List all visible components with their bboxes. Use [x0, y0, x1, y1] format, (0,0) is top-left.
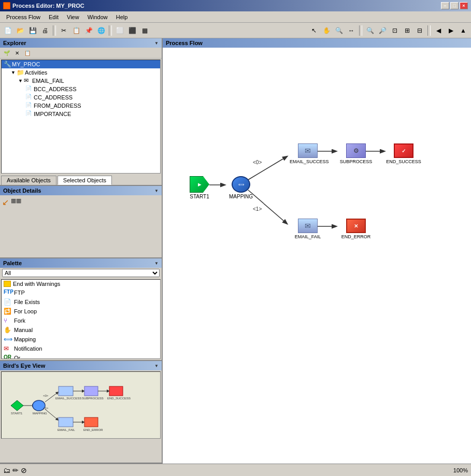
grid-button[interactable]: ⊞ — [402, 25, 413, 36]
sep4 — [427, 25, 431, 36]
fit-button[interactable]: ⊡ — [389, 25, 401, 36]
palette-label-end-warnings: End with Warnings — [13, 281, 60, 287]
palette-item-notification[interactable]: ✉ Notification — [2, 344, 160, 353]
palette-item-mapping[interactable]: ⟺ Mapping — [2, 335, 160, 344]
explorer-toolbar: 🌱 ✕ 📋 — [0, 48, 162, 59]
node-email-success[interactable]: ✉ EMAIL_SUCCESS — [290, 143, 326, 164]
warn-icon — [4, 281, 11, 287]
flow-svg: <0> <1> — [163, 48, 471, 464]
new-button[interactable]: 📄 — [2, 25, 13, 36]
tab-available[interactable]: Available Objects — [1, 176, 56, 185]
tree-item-emailfail[interactable]: ▼ ✉ EMAIL_FAIL — [2, 77, 160, 85]
explorer-new-btn[interactable]: 🌱 — [2, 49, 11, 57]
status-icon-2: ✏ — [12, 466, 19, 474]
paste-button[interactable]: 📌 — [83, 25, 94, 36]
close-button[interactable]: × — [460, 2, 468, 9]
mapping-icon: ⟺ — [4, 336, 12, 343]
pointer-tool[interactable]: ↖ — [308, 25, 320, 36]
svg-text:<1>: <1> — [43, 407, 49, 410]
globe-button[interactable]: 🌐 — [95, 25, 107, 36]
zoom-tool[interactable]: 🔍 — [333, 25, 345, 36]
tree-item-myproc[interactable]: 🔧 MY_PROC — [2, 60, 160, 68]
tree-label-emailfail: EMAIL_FAIL — [32, 78, 64, 84]
node-subprocess[interactable]: ⚙ SUBPROCESS — [338, 143, 374, 164]
tree-item-bcc[interactable]: 📄 BCC_ADDRESS — [2, 85, 160, 93]
palette-item-fork[interactable]: ⑂ Fork — [2, 316, 160, 325]
explorer-props-btn[interactable]: 📋 — [23, 49, 32, 57]
svg-text:<0>: <0> — [43, 394, 49, 397]
object-details-content: ↙ ▦▦ — [0, 195, 162, 209]
node-mapping[interactable]: ⟺ MAPPING — [229, 176, 253, 199]
palette-filter-select[interactable]: All — [2, 269, 160, 277]
palette-filter[interactable]: All — [0, 268, 162, 278]
status-bar: 🗂 ✏ ⊘ 100% — [0, 464, 471, 476]
node-end-success[interactable]: ✓ END_SUCCESS — [386, 143, 422, 164]
palette-item-end-warnings[interactable]: End with Warnings — [2, 280, 160, 288]
zoom-in-button[interactable]: 🔍 — [364, 25, 376, 36]
maximize-button[interactable]: □ — [450, 2, 459, 9]
or-icon: OR — [4, 354, 12, 359]
cut-button[interactable]: ✂ — [58, 25, 69, 36]
copy-button[interactable]: 📋 — [70, 25, 82, 36]
tree-item-activities[interactable]: ▼ 📁 Activities — [2, 68, 160, 77]
birds-eye-collapse-icon[interactable]: ▼ — [154, 364, 159, 368]
expand-icon2: ▼ — [18, 78, 23, 83]
nav-fwd-button[interactable]: ▶ — [445, 25, 456, 36]
zoom-level: 100% — [453, 467, 468, 473]
node-subprocess-label: SUBPROCESS — [338, 159, 374, 164]
tree-item-importance[interactable]: 📄 IMPORTANCE — [2, 110, 160, 118]
menu-help[interactable]: Help — [112, 13, 132, 21]
expand-icon: ▼ — [11, 70, 16, 75]
link-tool[interactable]: ↔ — [346, 25, 357, 36]
tree-label-myproc: MY_PROC — [12, 61, 40, 67]
menu-view[interactable]: View — [63, 13, 83, 21]
menu-process-flow[interactable]: Process Flow — [2, 13, 45, 21]
save-button[interactable]: 💾 — [27, 25, 38, 36]
node-end-error-label: END_ERROR — [338, 234, 374, 239]
palette-item-or[interactable]: OR Or — [2, 353, 160, 359]
node-email-fail[interactable]: ✉ EMAIL_FAIL — [290, 219, 326, 239]
menu-bar: Process Flow Edit View Window Help — [0, 11, 471, 23]
explorer-collapse-icon[interactable]: ▼ — [154, 41, 159, 46]
zoom-out-button[interactable]: 🔎 — [377, 25, 388, 36]
menu-edit[interactable]: Edit — [45, 13, 63, 21]
align-h-button[interactable]: ⊟ — [414, 25, 425, 36]
pan-tool[interactable]: ✋ — [321, 25, 332, 36]
explorer-tree: 🔧 MY_PROC ▼ 📁 Activities ▼ ✉ EMAIL_FAIL — [1, 60, 161, 174]
palette-label-fork: Fork — [14, 318, 25, 324]
tree-item-from[interactable]: 📄 FROM_ADDRESS — [2, 102, 160, 110]
svg-text:<0>: <0> — [253, 160, 262, 165]
layout-button[interactable]: ▦ — [139, 25, 150, 36]
open-button[interactable]: 📂 — [15, 25, 26, 36]
svg-rect-7 — [59, 386, 73, 396]
explorer-delete-btn[interactable]: ✕ — [12, 49, 22, 57]
birds-eye-section: Bird's Eye View ▼ START1 MAPPING <0> — [0, 361, 162, 464]
object-details-collapse-icon[interactable]: ▼ — [154, 189, 159, 193]
svg-text:EMAIL_FAIL: EMAIL_FAIL — [58, 428, 75, 431]
palette-collapse-icon[interactable]: ▼ — [154, 261, 159, 266]
nav-up-button[interactable]: ▲ — [458, 25, 469, 36]
select-all-button[interactable]: ⬜ — [114, 25, 125, 36]
palette-item-manual[interactable]: ✋ Manual — [2, 325, 160, 335]
nav-back-button[interactable]: ◀ — [433, 25, 444, 36]
arrange-button[interactable]: ⬛ — [126, 25, 138, 36]
obj-detail-icon: ▦▦ — [11, 197, 21, 204]
palette-item-for-loop[interactable]: 🔁 For Loop — [2, 307, 160, 316]
node-email-success-label: EMAIL_SUCCESS — [290, 159, 326, 164]
tab-selected[interactable]: Selected Objects — [58, 176, 112, 185]
palette-item-file-exists[interactable]: 📄 File Exists — [2, 297, 160, 307]
main-layout: Explorer ▼ 🌱 ✕ 📋 🔧 MY_PROC ▼ 📁 Activitie… — [0, 38, 471, 464]
minimize-button[interactable]: − — [441, 2, 449, 9]
object-details-header: Object Details ▼ — [0, 186, 162, 195]
tree-item-cc[interactable]: 📄 CC_ADDRESS — [2, 93, 160, 102]
object-details-section: Object Details ▼ ↙ ▦▦ — [0, 186, 162, 258]
process-flow-canvas[interactable]: <0> <1> ▶ START1 ⟺ — [163, 48, 471, 464]
node-end-success-label: END_SUCCESS — [386, 159, 422, 164]
menu-window[interactable]: Window — [83, 13, 112, 21]
node-start1[interactable]: ▶ START1 — [190, 176, 209, 199]
status-icons: 🗂 ✏ ⊘ — [3, 466, 27, 474]
palette-item-ftp[interactable]: FTP FTP — [2, 288, 160, 297]
print-button[interactable]: 🖨 — [39, 25, 51, 36]
field-icon-from: 📄 — [25, 102, 33, 109]
node-end-error[interactable]: ✕ END_ERROR — [338, 219, 374, 239]
